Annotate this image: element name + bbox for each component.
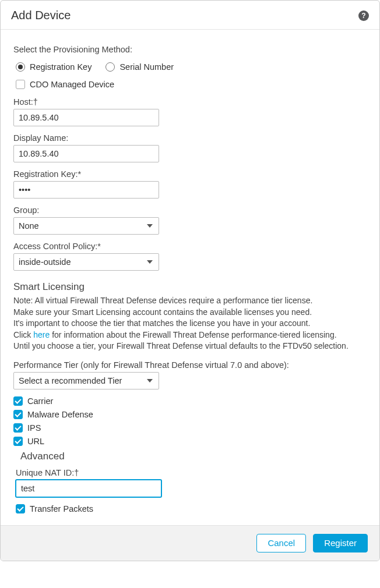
provisioning-method-label: Select the Provisioning Method: bbox=[13, 45, 367, 54]
radio-label: Serial Number bbox=[119, 62, 174, 72]
host-value: 10.89.5.40 bbox=[19, 113, 59, 122]
advanced-heading: Advanced bbox=[20, 451, 367, 462]
display-name-field: Display Name: 10.89.5.40 bbox=[13, 133, 367, 162]
add-device-dialog: Add Device ? Select the Provisioning Met… bbox=[0, 0, 380, 561]
checkbox-label: IPS bbox=[27, 423, 41, 433]
registration-key-value: •••• bbox=[19, 185, 30, 194]
license-checkbox-group: Carrier Malware Defense IPS URL bbox=[13, 396, 367, 446]
performance-tier-select[interactable]: Select a recommended Tier bbox=[13, 372, 159, 389]
host-label: Host:† bbox=[13, 97, 367, 107]
note-line: It's important to choose the tier that m… bbox=[13, 318, 367, 330]
nat-id-field: Unique NAT ID:† test bbox=[16, 468, 367, 497]
malware-checkbox[interactable]: Malware Defense bbox=[13, 410, 367, 419]
nat-id-input[interactable]: test bbox=[16, 480, 161, 497]
registration-key-input[interactable]: •••• bbox=[13, 181, 159, 199]
performance-tier-value: Select a recommended Tier bbox=[19, 376, 122, 385]
transfer-packets-checkbox[interactable]: Transfer Packets bbox=[16, 504, 367, 513]
acp-label: Access Control Policy:* bbox=[13, 242, 367, 251]
display-name-label: Display Name: bbox=[13, 133, 367, 143]
dialog-header: Add Device ? bbox=[1, 1, 379, 30]
nat-id-value: test bbox=[21, 484, 34, 493]
nat-id-label: Unique NAT ID:† bbox=[16, 468, 367, 477]
help-icon[interactable]: ? bbox=[358, 10, 369, 21]
display-name-input[interactable]: 10.89.5.40 bbox=[13, 145, 159, 162]
performance-tier-field: Performance Tier (only for Firewall Thre… bbox=[13, 360, 367, 389]
register-button[interactable]: Register bbox=[313, 534, 368, 552]
radio-icon bbox=[105, 62, 115, 72]
cdo-managed-checkbox[interactable]: CDO Managed Device bbox=[16, 80, 367, 89]
note-line: Make sure your Smart Licensing account c… bbox=[13, 307, 367, 318]
host-input[interactable]: 10.89.5.40 bbox=[13, 109, 159, 126]
checkbox-icon bbox=[13, 396, 23, 406]
host-field: Host:† 10.89.5.40 bbox=[13, 97, 367, 126]
checkbox-icon bbox=[13, 410, 23, 419]
group-label: Group: bbox=[13, 206, 367, 215]
display-name-value: 10.89.5.40 bbox=[19, 149, 59, 158]
checkbox-label: Carrier bbox=[27, 396, 53, 406]
registration-key-field: Registration Key:* •••• bbox=[13, 169, 367, 199]
checkbox-icon bbox=[16, 80, 25, 89]
group-select[interactable]: None bbox=[13, 217, 159, 235]
licensing-info-link[interactable]: here bbox=[33, 330, 50, 339]
carrier-checkbox[interactable]: Carrier bbox=[13, 396, 367, 406]
radio-registration-key[interactable]: Registration Key bbox=[16, 62, 92, 72]
checkbox-icon bbox=[13, 423, 23, 433]
acp-field: Access Control Policy:* inside-outside bbox=[13, 242, 367, 271]
acp-select[interactable]: inside-outside bbox=[13, 253, 159, 271]
acp-value: inside-outside bbox=[19, 257, 71, 267]
group-value: None bbox=[19, 221, 39, 231]
note-line: Until you choose a tier, your Firewall T… bbox=[13, 341, 367, 352]
provisioning-radio-group: Registration Key Serial Number bbox=[16, 62, 367, 72]
checkbox-label: URL bbox=[27, 437, 44, 446]
checkbox-icon bbox=[16, 504, 25, 513]
smart-licensing-note: Note: All virtual Firewall Threat Defens… bbox=[13, 295, 367, 352]
checkbox-label: Transfer Packets bbox=[30, 504, 93, 513]
performance-tier-label: Performance Tier (only for Firewall Thre… bbox=[13, 360, 367, 370]
group-field: Group: None bbox=[13, 206, 367, 235]
radio-icon bbox=[16, 62, 25, 72]
checkbox-label: Malware Defense bbox=[27, 410, 93, 419]
checkbox-label: CDO Managed Device bbox=[30, 80, 114, 89]
dialog-footer: Cancel Register bbox=[1, 525, 379, 561]
chevron-down-icon bbox=[147, 224, 153, 228]
cancel-button[interactable]: Cancel bbox=[256, 534, 306, 552]
note-line: Note: All virtual Firewall Threat Defens… bbox=[13, 295, 367, 307]
ips-checkbox[interactable]: IPS bbox=[13, 423, 367, 433]
url-checkbox[interactable]: URL bbox=[13, 437, 367, 446]
note-line: Click here for information about the Fir… bbox=[13, 330, 367, 341]
registration-key-label: Registration Key:* bbox=[13, 169, 367, 179]
chevron-down-icon bbox=[147, 260, 153, 264]
radio-label: Registration Key bbox=[30, 62, 92, 72]
smart-licensing-heading: Smart Licensing bbox=[13, 281, 367, 293]
dialog-body: Select the Provisioning Method: Registra… bbox=[1, 30, 379, 525]
radio-serial-number[interactable]: Serial Number bbox=[105, 62, 174, 72]
chevron-down-icon bbox=[147, 379, 153, 382]
dialog-title: Add Device bbox=[11, 9, 71, 22]
checkbox-icon bbox=[13, 437, 23, 446]
